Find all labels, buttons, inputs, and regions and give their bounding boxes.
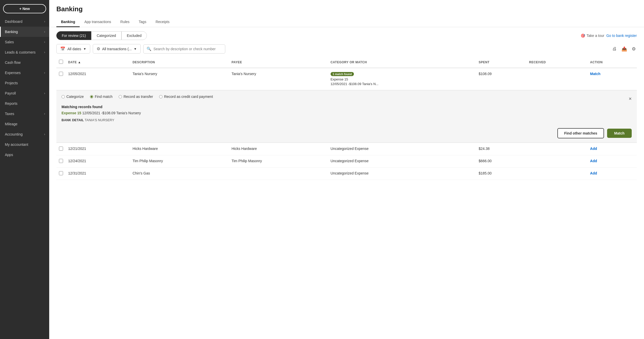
- sidebar-item-sales[interactable]: Sales ›: [0, 37, 49, 47]
- sidebar-item-banking[interactable]: Banking ›: [0, 27, 49, 37]
- row-received: [527, 68, 588, 90]
- filter-toolbar: 📅 All dates ▼ ⚙ All transactions (... ▼ …: [49, 44, 644, 57]
- sidebar-item-expenses[interactable]: Expenses ›: [0, 68, 49, 78]
- add-action-link[interactable]: Add: [590, 159, 597, 163]
- date-filter-label: All dates: [67, 47, 81, 51]
- select-all-checkbox[interactable]: [59, 60, 63, 64]
- row-spent: $24.38: [476, 143, 527, 155]
- sidebar-item-dashboard[interactable]: Dashboard ›: [0, 16, 49, 27]
- radio-categorize[interactable]: [62, 95, 65, 98]
- row-spent: $666.00: [476, 155, 527, 168]
- row-received: [527, 155, 588, 168]
- select-all-header: [56, 57, 66, 68]
- row-checkbox-cell: [56, 143, 66, 155]
- sidebar-item-projects[interactable]: Projects: [0, 78, 49, 88]
- sidebar-item-label: Projects: [5, 81, 18, 85]
- col-header-payee: PAYEE: [229, 57, 328, 68]
- sidebar-item-leads[interactable]: Leads & customers ›: [0, 47, 49, 57]
- transactions-chevron-icon: ▼: [134, 47, 137, 51]
- print-button[interactable]: 🖨: [611, 45, 618, 53]
- sidebar-item-label: Banking: [5, 30, 18, 34]
- review-btn-categorized[interactable]: Categorized: [91, 31, 121, 40]
- search-input[interactable]: [154, 47, 222, 51]
- radio-label-categorize: Categorize: [66, 95, 84, 99]
- chevron-right-icon: ›: [44, 40, 45, 44]
- transactions-table-container: DATE▲DESCRIPTIONPAYEECATEGORY OR MATCHSP…: [49, 57, 644, 339]
- row-checkbox[interactable]: [59, 147, 63, 151]
- export-button[interactable]: 📤: [620, 45, 628, 53]
- go-to-bank-register-link[interactable]: Go to bank register: [606, 34, 637, 38]
- row-checkbox-cell: [56, 68, 66, 90]
- review-btn-excluded[interactable]: Excluded: [121, 31, 147, 40]
- row-checkbox[interactable]: [59, 72, 63, 76]
- row-category: Uncategorized Expense: [328, 155, 476, 168]
- sidebar-item-taxes[interactable]: Taxes ›: [0, 109, 49, 119]
- row-checkbox[interactable]: [59, 159, 63, 163]
- radio-opt-record-transfer[interactable]: Record as transfer: [119, 95, 153, 99]
- expanded-panel: Categorize Find match Record as transfer: [56, 90, 637, 143]
- filter-icon: ⚙: [97, 46, 100, 51]
- tab-banking[interactable]: Banking: [56, 17, 80, 27]
- sidebar-item-payroll[interactable]: Payroll ›: [0, 88, 49, 98]
- row-checkbox-cell: [56, 168, 66, 180]
- col-header-date[interactable]: DATE▲: [66, 57, 130, 68]
- radio-opt-record-credit[interactable]: Record as credit card payment: [159, 95, 213, 99]
- tab-receipts[interactable]: Receipts: [151, 17, 174, 27]
- page-header: Banking BankingApp transactionsRulesTags…: [49, 0, 644, 27]
- expense-link[interactable]: Expense 15: [62, 111, 81, 115]
- toolbar: For review (21)CategorizedExcluded 🎯 Tak…: [49, 27, 644, 44]
- transactions-filter-label: All transactions (...: [102, 47, 132, 51]
- sidebar-item-cashflow[interactable]: Cash flow: [0, 57, 49, 68]
- tab-tags[interactable]: Tags: [134, 17, 151, 27]
- sidebar-item-apps[interactable]: Apps: [0, 150, 49, 160]
- sidebar-item-accounting[interactable]: Accounting ›: [0, 129, 49, 139]
- sidebar-item-label: My accountant: [5, 142, 28, 147]
- sidebar-item-label: Cash flow: [5, 60, 21, 65]
- table-row: 12/24/2021Tim Philip MasonryTim Philip M…: [56, 155, 637, 168]
- row-date: 12/24/2021: [66, 155, 130, 168]
- sidebar-item-mileage[interactable]: Mileage: [0, 119, 49, 129]
- date-filter-dropdown[interactable]: 📅 All dates ▼: [56, 44, 90, 54]
- radio-opt-find-match[interactable]: Find match: [90, 95, 113, 99]
- page-title: Banking: [56, 5, 637, 13]
- sidebar-item-label: Dashboard: [5, 19, 23, 24]
- tab-rules[interactable]: Rules: [116, 17, 134, 27]
- table-row: 12/05/2021Tania's NurseryTania's Nursery…: [56, 68, 637, 90]
- bank-detail-label: BANK DETAIL: [62, 118, 84, 122]
- match-button[interactable]: Match: [607, 129, 632, 138]
- radio-find-match[interactable]: [90, 95, 93, 98]
- sidebar-item-myaccountant[interactable]: My accountant: [0, 139, 49, 150]
- review-btn-for-review[interactable]: For review (21): [56, 31, 91, 40]
- chevron-right-icon: ›: [44, 50, 45, 54]
- find-other-matches-button[interactable]: Find other matches: [557, 128, 604, 138]
- radio-record-transfer[interactable]: [119, 95, 122, 98]
- matching-record-detail: 12/05/2021 -$108.09 Tania's Nursery: [82, 111, 141, 115]
- row-date: 12/31/2021: [66, 168, 130, 180]
- bank-detail: BANK DETAIL TANIA'S NURSERY: [62, 118, 632, 122]
- row-date: 12/05/2021: [66, 68, 130, 90]
- row-payee: Tim Philip Masonry: [229, 155, 328, 168]
- take-a-tour-link[interactable]: 🎯 Take a tour: [581, 34, 604, 38]
- sidebar-item-reports[interactable]: Reports: [0, 98, 49, 109]
- settings-button[interactable]: ⚙: [631, 45, 637, 53]
- row-checkbox[interactable]: [59, 171, 63, 175]
- new-button[interactable]: + New: [3, 4, 46, 13]
- tab-bar: BankingApp transactionsRulesTagsReceipts: [56, 17, 637, 27]
- review-buttons: For review (21)CategorizedExcluded: [56, 31, 147, 40]
- row-received: [527, 143, 588, 155]
- add-action-link[interactable]: Add: [590, 147, 597, 151]
- radio-opt-categorize[interactable]: Categorize: [62, 95, 84, 99]
- matching-record: Expense 15 12/05/2021 -$108.09 Tania's N…: [62, 111, 632, 115]
- row-description: Hicks Hardware: [130, 143, 229, 155]
- search-icon: 🔍: [147, 47, 151, 51]
- sidebar-item-label: Apps: [5, 153, 13, 157]
- tab-app-transactions[interactable]: App transactions: [80, 17, 116, 27]
- table-row: 12/31/2021Chin's GasUncategorized Expens…: [56, 168, 637, 180]
- row-received: [527, 168, 588, 180]
- match-action-link[interactable]: Match: [590, 72, 600, 76]
- transactions-filter-dropdown[interactable]: ⚙ All transactions (... ▼: [93, 44, 141, 54]
- add-action-link[interactable]: Add: [590, 171, 597, 175]
- chevron-right-icon: ›: [44, 30, 45, 34]
- radio-record-credit[interactable]: [159, 95, 162, 98]
- close-expanded-button[interactable]: ×: [629, 96, 632, 102]
